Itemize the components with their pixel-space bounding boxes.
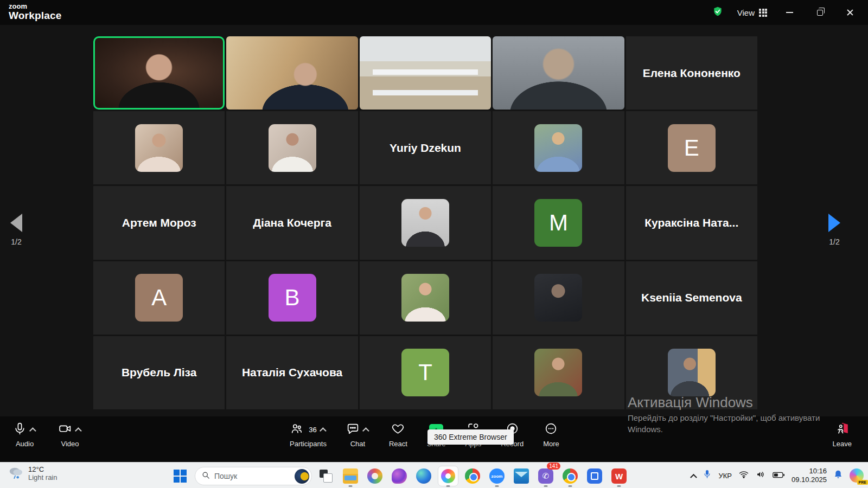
search-input[interactable]: Пошук bbox=[195, 467, 312, 485]
participant-tile-letter[interactable]: B bbox=[226, 261, 358, 335]
paint-icon[interactable] bbox=[365, 465, 385, 487]
participant-tile-photo[interactable] bbox=[226, 111, 358, 184]
close-button[interactable] bbox=[842, 4, 858, 21]
mail-icon[interactable] bbox=[511, 465, 532, 487]
participant-name: Врубель Ліза bbox=[117, 366, 201, 379]
participant-name: Yuriy Dzekun bbox=[385, 142, 465, 155]
view-button[interactable]: View bbox=[737, 8, 767, 17]
participant-tile-video-active[interactable] bbox=[93, 36, 225, 110]
zoom-app-icon[interactable]: zoom bbox=[487, 465, 507, 487]
chrome-icon[interactable] bbox=[462, 465, 483, 487]
weather-widget[interactable]: 12°C Light rain bbox=[8, 465, 57, 481]
participant-tile-letter[interactable]: T bbox=[360, 336, 491, 409]
participant-tile-photo[interactable] bbox=[93, 111, 225, 184]
participant-name: Артем Мороз bbox=[118, 216, 201, 229]
participant-tile-video[interactable] bbox=[360, 36, 491, 110]
participant-tile-name[interactable]: Артем Мороз bbox=[93, 186, 225, 259]
participant-tile-letter[interactable]: E bbox=[626, 111, 757, 184]
participants-options-chevron[interactable] bbox=[320, 427, 327, 434]
audio-button[interactable]: Audio bbox=[13, 422, 36, 448]
react-button[interactable]: React bbox=[389, 422, 407, 448]
participant-tile-letter[interactable]: A bbox=[93, 261, 225, 335]
tray-overflow-chevron[interactable] bbox=[691, 473, 698, 480]
blue-square-app-icon[interactable] bbox=[584, 465, 605, 487]
volume-icon[interactable] bbox=[756, 470, 765, 481]
clock[interactable]: 10:16 09.10.2025 bbox=[792, 467, 827, 485]
participants-icon bbox=[290, 422, 304, 438]
tray-microphone-icon[interactable] bbox=[703, 470, 711, 481]
participant-tile-name[interactable]: Kseniia Semenova bbox=[626, 261, 757, 335]
letter-avatar: T bbox=[401, 349, 449, 396]
page-indicator: 1/2 bbox=[0, 237, 33, 246]
viber-icon[interactable]: ✆141 bbox=[535, 465, 556, 487]
wifi-icon[interactable] bbox=[739, 471, 749, 480]
participant-tile-photo[interactable] bbox=[626, 336, 757, 409]
participant-tile-photo[interactable] bbox=[360, 261, 491, 335]
participant-tile-name[interactable]: Врубель Ліза bbox=[93, 336, 225, 409]
tray-time: 10:16 bbox=[792, 467, 827, 476]
restore-button[interactable] bbox=[812, 4, 828, 21]
chrome-profile-icon[interactable] bbox=[560, 465, 580, 487]
search-icon bbox=[202, 471, 210, 481]
letter-avatar: M bbox=[534, 199, 582, 247]
participant-tile-name[interactable]: Діана Кочерга bbox=[226, 186, 358, 259]
letter-avatar: A bbox=[135, 274, 183, 322]
start-button[interactable] bbox=[169, 465, 191, 487]
viber-badge: 141 bbox=[547, 463, 560, 470]
participant-avatar bbox=[534, 124, 582, 172]
previous-page-button[interactable]: 1/2 bbox=[0, 214, 33, 246]
firefox-drop-icon[interactable] bbox=[389, 465, 410, 487]
participants-button[interactable]: 36 Participants bbox=[290, 422, 327, 448]
participant-avatar bbox=[401, 274, 449, 322]
participant-tile-letter[interactable]: M bbox=[493, 186, 624, 259]
participant-tile-name[interactable]: Наталія Сухачова bbox=[226, 336, 358, 409]
copilot-icon[interactable]: PRE bbox=[850, 468, 864, 483]
weather-condition: Light rain bbox=[28, 473, 57, 481]
participant-tile-video[interactable] bbox=[226, 36, 358, 110]
copilot-pre-badge: PRE bbox=[857, 480, 868, 485]
audio-options-chevron[interactable] bbox=[29, 427, 36, 434]
participant-name: Наталія Сухачова bbox=[238, 366, 347, 379]
file-explorer-icon[interactable] bbox=[340, 465, 361, 487]
active-360-browser-icon[interactable] bbox=[438, 465, 458, 487]
video-options-chevron[interactable] bbox=[75, 427, 82, 434]
heart-icon bbox=[391, 422, 405, 438]
participant-name: Кураксіна Ната... bbox=[640, 216, 743, 229]
wps-office-icon[interactable]: W bbox=[609, 465, 629, 487]
participant-name: Kseniia Semenova bbox=[637, 291, 746, 304]
participant-name: Діана Кочерга bbox=[248, 216, 336, 229]
letter-avatar: E bbox=[668, 124, 716, 172]
leave-button[interactable]: Leave bbox=[833, 422, 852, 448]
participant-tile-name[interactable]: Yuriy Dzekun bbox=[360, 111, 491, 184]
participant-tile-name[interactable]: Кураксіна Ната... bbox=[626, 186, 757, 259]
participant-tile-name[interactable]: Елена Кононенко bbox=[626, 36, 757, 110]
logo-zoom-text: zoom bbox=[9, 3, 62, 10]
task-view-button[interactable] bbox=[316, 465, 336, 487]
battery-icon[interactable] bbox=[773, 471, 784, 480]
edge-icon[interactable] bbox=[413, 465, 434, 487]
chat-button[interactable]: Chat bbox=[346, 422, 369, 448]
arrow-left-icon bbox=[10, 214, 22, 232]
more-button[interactable]: More bbox=[543, 422, 559, 448]
camera-icon bbox=[58, 422, 72, 438]
chat-options-chevron[interactable] bbox=[362, 427, 369, 434]
search-highlight-image bbox=[295, 469, 309, 484]
video-button[interactable]: Video bbox=[58, 422, 82, 448]
participant-tile-photo[interactable] bbox=[493, 261, 624, 335]
notification-bell-icon[interactable] bbox=[834, 470, 843, 481]
next-page-button[interactable]: 1/2 bbox=[818, 214, 851, 246]
security-shield-icon[interactable] bbox=[712, 6, 723, 19]
view-grid-icon bbox=[759, 9, 767, 17]
participant-avatar bbox=[401, 199, 449, 247]
minimize-button[interactable] bbox=[781, 4, 797, 21]
participant-tile-photo[interactable] bbox=[360, 186, 491, 259]
title-bar: zoom Workplace View bbox=[0, 0, 868, 25]
tray-date: 09.10.2025 bbox=[792, 476, 827, 484]
participant-tile-photo[interactable] bbox=[493, 336, 624, 409]
participant-avatar bbox=[135, 124, 183, 172]
search-placeholder: Пошук bbox=[214, 472, 290, 480]
participant-tile-video[interactable] bbox=[493, 36, 624, 110]
participant-tile-photo[interactable] bbox=[493, 111, 624, 184]
language-indicator[interactable]: УКР bbox=[718, 472, 732, 480]
weather-icon bbox=[8, 465, 24, 481]
